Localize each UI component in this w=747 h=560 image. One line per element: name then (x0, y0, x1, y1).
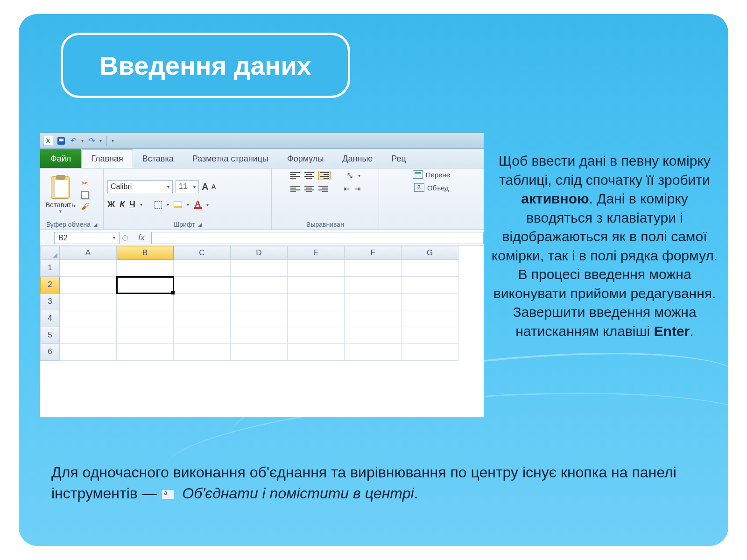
cell[interactable] (288, 277, 345, 294)
col-header-A[interactable]: A (60, 246, 117, 260)
increase-indent-icon[interactable]: ⇥ (354, 184, 360, 193)
formula-input[interactable] (151, 232, 484, 244)
cell-B2[interactable] (117, 277, 174, 294)
row-header-1[interactable]: 1 (40, 260, 60, 277)
align-middle-icon[interactable] (304, 172, 314, 179)
cell[interactable] (402, 310, 458, 327)
cell[interactable] (117, 327, 174, 344)
font-dialog-launcher-icon[interactable]: ◢ (198, 222, 202, 228)
cell[interactable] (231, 327, 288, 344)
cell[interactable] (117, 310, 174, 327)
tab-review[interactable]: Рец (382, 149, 416, 168)
cell[interactable] (288, 327, 345, 344)
cell[interactable] (117, 344, 174, 361)
tab-data[interactable]: Данные (333, 149, 382, 168)
cell[interactable] (345, 294, 402, 310)
align-left-icon[interactable] (290, 186, 300, 192)
font-name-select[interactable]: Calibri ▾ (107, 180, 173, 193)
cell[interactable] (288, 260, 345, 277)
cell[interactable] (288, 310, 345, 327)
row-header-4[interactable]: 4 (40, 310, 60, 327)
tab-home[interactable]: Главная (81, 149, 133, 168)
align-bottom-button-active[interactable] (318, 171, 331, 180)
cell[interactable] (402, 260, 458, 277)
paste-dropdown-icon[interactable]: ▾ (59, 209, 62, 214)
bold-button[interactable]: Ж (107, 200, 115, 210)
underline-button[interactable]: Ч (129, 200, 135, 210)
cell[interactable] (402, 277, 458, 294)
wrap-text-button[interactable]: Перене (413, 170, 450, 179)
copy-icon[interactable] (81, 191, 89, 199)
save-button[interactable] (57, 137, 65, 145)
col-header-F[interactable]: F (345, 246, 402, 260)
format-painter-icon[interactable]: 🖌 (81, 202, 90, 211)
align-top-icon[interactable] (290, 172, 300, 179)
cell[interactable] (345, 277, 402, 294)
cell[interactable] (174, 344, 231, 361)
cell[interactable] (117, 294, 174, 310)
tab-page-layout[interactable]: Разметка страницы (183, 149, 278, 168)
cell[interactable] (402, 327, 458, 344)
cell[interactable] (60, 260, 117, 277)
cell[interactable] (402, 344, 458, 361)
clipboard-dialog-launcher-icon[interactable]: ◢ (93, 222, 97, 228)
grow-font-icon[interactable]: A (202, 182, 208, 192)
tab-file[interactable]: Файл (40, 149, 81, 168)
row-header-2[interactable]: 2 (40, 277, 60, 294)
col-header-E[interactable]: E (288, 246, 345, 260)
col-header-B[interactable]: B (117, 246, 174, 260)
cell[interactable] (60, 277, 117, 294)
cell[interactable] (60, 344, 117, 361)
row-header-3[interactable]: 3 (40, 294, 60, 310)
cell[interactable] (174, 327, 231, 344)
merge-center-button[interactable]: Объед (414, 183, 449, 192)
cell[interactable] (345, 344, 402, 361)
col-header-D[interactable]: D (231, 246, 288, 260)
align-right-icon[interactable] (318, 186, 328, 192)
row-header-6[interactable]: 6 (40, 344, 60, 361)
tab-formulas[interactable]: Формулы (278, 149, 333, 168)
cell[interactable] (231, 294, 288, 310)
cell[interactable] (345, 310, 402, 327)
font-size-select[interactable]: 11 ▾ (176, 180, 199, 193)
row-header-5[interactable]: 5 (40, 327, 60, 344)
fx-icon[interactable]: fx (138, 233, 145, 243)
decrease-indent-icon[interactable]: ⇤ (344, 184, 350, 193)
shrink-font-icon[interactable]: A (211, 183, 216, 190)
align-center-icon[interactable] (304, 186, 314, 192)
cell[interactable] (402, 294, 458, 310)
cell[interactable] (231, 310, 288, 327)
paste-button[interactable]: Вставить ▾ (44, 176, 77, 214)
cell[interactable] (231, 277, 288, 294)
italic-button[interactable]: К (120, 200, 125, 210)
redo-button[interactable]: ↷ (87, 137, 96, 145)
col-header-G[interactable]: G (402, 246, 458, 260)
cell[interactable] (60, 310, 117, 327)
fill-color-icon[interactable] (174, 202, 182, 208)
borders-dropdown-icon[interactable]: ▾ (167, 202, 169, 207)
cell[interactable] (60, 327, 117, 344)
spreadsheet-grid[interactable]: A B C D E F G 1 2 3 4 (40, 246, 484, 361)
undo-dropdown-icon[interactable]: ▾ (81, 138, 84, 143)
cell[interactable] (345, 327, 402, 344)
cell[interactable] (231, 260, 288, 277)
select-all-corner[interactable] (40, 246, 60, 260)
font-color-dropdown-icon[interactable]: ▾ (206, 202, 209, 207)
cell[interactable] (174, 310, 231, 327)
cell[interactable] (288, 344, 345, 361)
cell[interactable] (345, 260, 402, 277)
cell[interactable] (117, 260, 174, 277)
cell[interactable] (174, 294, 231, 310)
redo-dropdown-icon[interactable]: ▾ (99, 138, 102, 143)
orientation-icon[interactable]: ⤡ (346, 170, 353, 181)
qat-customize-icon[interactable]: ▾ (112, 138, 114, 143)
cell[interactable] (174, 260, 231, 277)
fill-dropdown-icon[interactable]: ▾ (187, 202, 189, 207)
cut-icon[interactable]: ✂ (81, 178, 90, 189)
undo-button[interactable]: ↶ (69, 137, 78, 145)
cell[interactable] (288, 294, 345, 310)
orientation-dropdown-icon[interactable]: ▾ (358, 173, 360, 178)
cell[interactable] (231, 344, 288, 361)
cancel-formula-icon[interactable] (122, 235, 128, 241)
borders-icon[interactable] (155, 201, 162, 209)
